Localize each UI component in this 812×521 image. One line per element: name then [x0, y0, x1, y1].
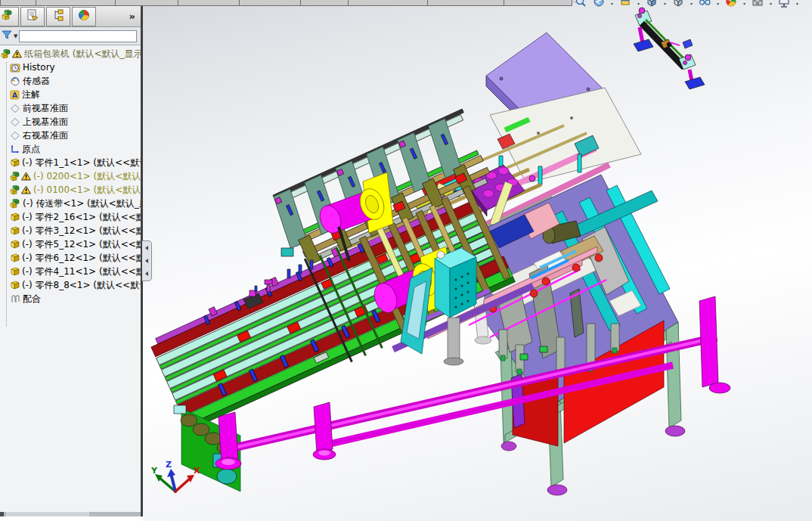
assembly-icon — [10, 185, 31, 195]
tree-item-label: (-) 零件1_1<1> (默认<<默认 — [22, 157, 141, 169]
view-orientation-icon[interactable] — [645, 0, 659, 8]
panel-tab-bar: » — [0, 6, 141, 27]
taskbar-button[interactable] — [6, 512, 89, 516]
graphics-viewport[interactable]: ▾▾▾▾▾▾▾▾ — [143, 0, 812, 521]
plane-icon — [10, 131, 20, 141]
tree-item[interactable]: (-) 传送带<1> (默认<默认_显 — [0, 197, 141, 210]
taskbar-corner — [0, 512, 4, 516]
tree-item-label: 右视基准面 — [23, 129, 68, 142]
tree-item-label: 注解 — [22, 88, 40, 101]
part-icon — [10, 281, 20, 290]
model-canvas[interactable]: Y Z X — [143, 0, 812, 521]
tree-item[interactable]: 原点 — [0, 142, 141, 156]
tree-item[interactable]: (-) 零件8_8<1> (默认<<默认 — [0, 278, 141, 292]
taskbar-remnant — [0, 512, 141, 516]
tree-item-label: (-) 0200<1> (默认<默认 — [33, 170, 141, 183]
tree-item[interactable]: (-) 零件6_12<1> (默认<<默 — [0, 251, 141, 265]
dropdown-arrow-icon[interactable]: ▾ — [717, 1, 719, 6]
tree-item[interactable]: 右视基准面 — [0, 129, 141, 142]
featuremanager-tab-icon — [1, 9, 13, 24]
panel-overflow-chevron[interactable]: » — [129, 11, 135, 22]
assembly-icon — [1, 49, 22, 59]
full-screen-icon[interactable] — [777, 0, 791, 8]
plane-icon — [10, 117, 20, 127]
tree-item-label: (-) 传送带<1> (默认<默认_显 — [23, 197, 141, 210]
tree-item-label: (-) 零件4_11<1> (默认<<默 — [22, 265, 141, 278]
solidworks-window: { "command_strip": {"segments": 9}, "lef… — [0, 0, 812, 521]
heads-up-toolbar: ▾▾▾▾▾▾▾▾ — [554, 0, 798, 8]
svg-text:A: A — [12, 91, 17, 99]
tree-item[interactable]: 上视基准面 — [0, 115, 141, 129]
part-icon — [10, 240, 20, 249]
configurationmanager-tab-icon — [78, 9, 90, 24]
sensors-icon — [10, 76, 20, 86]
featuremanager-tab-button[interactable] — [0, 7, 19, 26]
tree-item[interactable]: (-) 零件4_11<1> (默认<<默 — [0, 265, 141, 278]
tree-item-label: (-) 零件8_8<1> (默认<<默认 — [22, 279, 141, 292]
tree-item[interactable]: A注解 — [0, 88, 141, 101]
filter-funnel-icon[interactable] — [2, 29, 12, 43]
part-icon — [10, 267, 20, 276]
dropdown-arrow-icon[interactable]: ▾ — [743, 1, 745, 6]
view-settings-icon[interactable] — [751, 0, 764, 8]
tree-item-label: (-) 零件3_12<1> (默认<<默 — [22, 225, 141, 237]
tree-item-label: 配合 — [23, 293, 41, 305]
feature-manager-panel: » ▼ 纸箱包装机 (默认<默认_显示History传感器A注解前视基准面上视基… — [0, 6, 143, 516]
dropdown-arrow-icon[interactable]: ▾ — [770, 1, 772, 6]
tree-item-label: History — [23, 62, 55, 73]
tree-item[interactable]: (-) 零件1_1<1> (默认<<默认 — [0, 156, 141, 169]
filter-row: ▼ — [0, 27, 141, 45]
tree-item[interactable]: History — [0, 60, 141, 74]
display-style-icon[interactable] — [671, 0, 685, 8]
apply-scene-icon[interactable] — [724, 0, 738, 8]
dropdown-arrow-icon[interactable]: ▾ — [690, 1, 693, 6]
tree-filter-input[interactable] — [19, 30, 137, 42]
tree-item[interactable]: (-) 0200<1> (默认<默认 — [0, 169, 141, 183]
tree-item-label: 前视基准面 — [23, 102, 68, 115]
part-icon — [10, 226, 20, 235]
tree-item-label: 上视基准面 — [23, 116, 68, 129]
assembly-icon — [10, 199, 20, 209]
tree-item[interactable]: 纸箱包装机 (默认<默认_显示 — [0, 47, 141, 60]
history-icon — [10, 63, 20, 73]
previous-view-icon[interactable] — [592, 0, 606, 8]
tree-item-label: 原点 — [22, 143, 40, 156]
dropdown-arrow-icon[interactable]: ▾ — [611, 1, 613, 6]
assembly-icon — [10, 172, 31, 181]
tree-item[interactable]: (-) 0100<1> (默认<默认 — [0, 183, 141, 197]
dropdown-arrow-icon[interactable]: ▾ — [664, 1, 666, 6]
tree-item[interactable]: 前视基准面 — [0, 101, 141, 115]
triad-x-label: X — [194, 466, 200, 476]
tree-item[interactable]: (-) 零件3_12<1> (默认<<默 — [0, 224, 141, 237]
zoom-to-area-icon[interactable] — [573, 0, 587, 8]
section-view-icon[interactable] — [618, 0, 632, 8]
part-icon — [10, 158, 20, 167]
part-icon — [10, 212, 20, 222]
command-strip — [0, 0, 572, 6]
displaymanager-tab-button[interactable] — [46, 7, 70, 26]
tree-item[interactable]: (-) 零件2_16<1> (默认<<默 — [0, 210, 141, 224]
tree-item[interactable]: 传感器 — [0, 74, 141, 88]
panel-splitter[interactable] — [142, 240, 152, 281]
configurationmanager-tab-button[interactable] — [72, 7, 96, 26]
mates-icon — [10, 294, 20, 304]
part-icon — [10, 253, 20, 262]
dropdown-arrow-icon[interactable]: ▾ — [796, 1, 798, 6]
filter-dropdown-arrow[interactable]: ▼ — [14, 33, 17, 39]
tree-item-label: (-) 零件5_12<1> (默认<<默 — [22, 238, 141, 251]
triad-z-label: Z — [166, 460, 172, 470]
main-table-part[interactable] — [435, 175, 685, 495]
tree-item[interactable]: 配合 — [0, 292, 141, 305]
tree-item-label: (-) 零件6_12<1> (默认<<默 — [22, 252, 141, 265]
feature-tree: 纸箱包装机 (默认<默认_显示History传感器A注解前视基准面上视基准面右视… — [0, 45, 141, 501]
hide-show-items-icon[interactable] — [698, 0, 711, 8]
propertymanager-tab-icon — [26, 9, 39, 24]
tree-item[interactable]: (-) 零件5_12<1> (默认<<默 — [0, 237, 141, 251]
triad-y-label: Y — [150, 466, 158, 476]
propertymanager-tab-button[interactable] — [20, 7, 45, 26]
linkage-part[interactable] — [634, 8, 705, 89]
dropdown-arrow-icon[interactable]: ▾ — [637, 1, 640, 6]
tree-item-label: 纸箱包装机 (默认<默认_显示 — [24, 48, 141, 60]
tree-item-label: (-) 0100<1> (默认<默认 — [33, 184, 141, 197]
tree-item-label: (-) 零件2_16<1> (默认<<默 — [22, 211, 141, 224]
